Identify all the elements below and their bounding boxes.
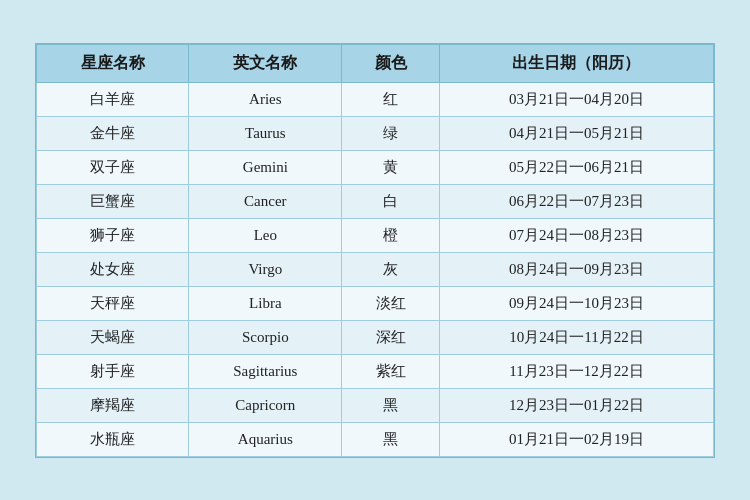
table-cell: Virgo bbox=[189, 252, 342, 286]
table-cell: 紫红 bbox=[342, 354, 440, 388]
table-cell: Taurus bbox=[189, 116, 342, 150]
table-cell: 淡红 bbox=[342, 286, 440, 320]
table-cell: 11月23日一12月22日 bbox=[439, 354, 713, 388]
table-cell: Leo bbox=[189, 218, 342, 252]
table-cell: 摩羯座 bbox=[37, 388, 189, 422]
table-row: 天秤座Libra淡红09月24日一10月23日 bbox=[37, 286, 714, 320]
table-cell: 狮子座 bbox=[37, 218, 189, 252]
zodiac-table: 星座名称英文名称颜色出生日期（阳历） 白羊座Aries红03月21日一04月20… bbox=[36, 44, 714, 457]
table-cell: 12月23日一01月22日 bbox=[439, 388, 713, 422]
table-cell: 09月24日一10月23日 bbox=[439, 286, 713, 320]
table-cell: 08月24日一09月23日 bbox=[439, 252, 713, 286]
table-cell: 深红 bbox=[342, 320, 440, 354]
table-cell: 04月21日一05月21日 bbox=[439, 116, 713, 150]
table-cell: 处女座 bbox=[37, 252, 189, 286]
table-cell: Capricorn bbox=[189, 388, 342, 422]
table-row: 摩羯座Capricorn黑12月23日一01月22日 bbox=[37, 388, 714, 422]
table-cell: 白 bbox=[342, 184, 440, 218]
table-cell: 金牛座 bbox=[37, 116, 189, 150]
table-cell: Aries bbox=[189, 82, 342, 116]
table-body: 白羊座Aries红03月21日一04月20日金牛座Taurus绿04月21日一0… bbox=[37, 82, 714, 456]
table-header-cell: 颜色 bbox=[342, 44, 440, 82]
table-cell: 灰 bbox=[342, 252, 440, 286]
table-cell: Aquarius bbox=[189, 422, 342, 456]
table-cell: Scorpio bbox=[189, 320, 342, 354]
table-cell: 07月24日一08月23日 bbox=[439, 218, 713, 252]
table-header-cell: 出生日期（阳历） bbox=[439, 44, 713, 82]
table-cell: Gemini bbox=[189, 150, 342, 184]
table-cell: 射手座 bbox=[37, 354, 189, 388]
table-cell: 双子座 bbox=[37, 150, 189, 184]
table-cell: Sagittarius bbox=[189, 354, 342, 388]
table-cell: 巨蟹座 bbox=[37, 184, 189, 218]
table-row: 金牛座Taurus绿04月21日一05月21日 bbox=[37, 116, 714, 150]
table-row: 巨蟹座Cancer白06月22日一07月23日 bbox=[37, 184, 714, 218]
table-cell: 黄 bbox=[342, 150, 440, 184]
table-header-cell: 星座名称 bbox=[37, 44, 189, 82]
table-row: 水瓶座Aquarius黑01月21日一02月19日 bbox=[37, 422, 714, 456]
table-cell: 天蝎座 bbox=[37, 320, 189, 354]
table-cell: Libra bbox=[189, 286, 342, 320]
table-cell: 01月21日一02月19日 bbox=[439, 422, 713, 456]
table-row: 狮子座Leo橙07月24日一08月23日 bbox=[37, 218, 714, 252]
table-header-cell: 英文名称 bbox=[189, 44, 342, 82]
table-cell: 黑 bbox=[342, 388, 440, 422]
table-cell: 橙 bbox=[342, 218, 440, 252]
table-cell: 白羊座 bbox=[37, 82, 189, 116]
table-row: 天蝎座Scorpio深红10月24日一11月22日 bbox=[37, 320, 714, 354]
table-cell: 10月24日一11月22日 bbox=[439, 320, 713, 354]
table-cell: 红 bbox=[342, 82, 440, 116]
table-row: 射手座Sagittarius紫红11月23日一12月22日 bbox=[37, 354, 714, 388]
table-cell: 03月21日一04月20日 bbox=[439, 82, 713, 116]
table-cell: Cancer bbox=[189, 184, 342, 218]
table-cell: 水瓶座 bbox=[37, 422, 189, 456]
zodiac-table-container: 星座名称英文名称颜色出生日期（阳历） 白羊座Aries红03月21日一04月20… bbox=[35, 43, 715, 458]
table-cell: 天秤座 bbox=[37, 286, 189, 320]
table-cell: 黑 bbox=[342, 422, 440, 456]
table-header-row: 星座名称英文名称颜色出生日期（阳历） bbox=[37, 44, 714, 82]
table-cell: 绿 bbox=[342, 116, 440, 150]
table-cell: 06月22日一07月23日 bbox=[439, 184, 713, 218]
table-row: 双子座Gemini黄05月22日一06月21日 bbox=[37, 150, 714, 184]
table-row: 白羊座Aries红03月21日一04月20日 bbox=[37, 82, 714, 116]
table-cell: 05月22日一06月21日 bbox=[439, 150, 713, 184]
table-row: 处女座Virgo灰08月24日一09月23日 bbox=[37, 252, 714, 286]
